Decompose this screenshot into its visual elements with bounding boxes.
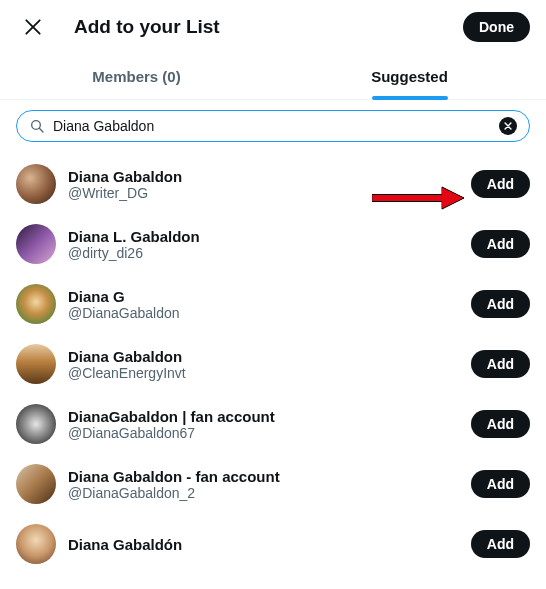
user-row[interactable]: DianaGabaldon | fan account @DianaGabald… [16,394,530,454]
page-title: Add to your List [74,16,439,38]
user-handle: @dirty_di26 [68,245,459,261]
add-button[interactable]: Add [471,350,530,378]
suggested-list: Diana Gabaldon @Writer_DG Add Diana L. G… [0,154,546,574]
avatar [16,404,56,444]
user-handle: @Writer_DG [68,185,459,201]
user-row[interactable]: Diana G @DianaGabaldon Add [16,274,530,334]
add-button[interactable]: Add [471,290,530,318]
search-input[interactable] [53,118,491,134]
search-icon [29,118,45,134]
search-field[interactable] [16,110,530,142]
user-row[interactable]: Diana Gabaldon @CleanEnergyInvt Add [16,334,530,394]
svg-line-1 [39,128,43,132]
tab-members[interactable]: Members (0) [0,54,273,99]
add-button[interactable]: Add [471,230,530,258]
add-button[interactable]: Add [471,410,530,438]
user-display-name: Diana Gabaldon [68,348,459,365]
clear-search-button[interactable] [499,117,517,135]
avatar [16,164,56,204]
tabs: Members (0) Suggested [0,54,546,100]
user-row[interactable]: Diana L. Gabaldon @dirty_di26 Add [16,214,530,274]
close-button[interactable] [16,10,50,44]
tab-suggested[interactable]: Suggested [273,54,546,99]
user-row[interactable]: Diana Gabaldón Add [16,514,530,574]
user-display-name: Diana L. Gabaldon [68,228,459,245]
avatar [16,344,56,384]
user-row[interactable]: Diana Gabaldon @Writer_DG Add [16,154,530,214]
user-handle: @DianaGabaldon67 [68,425,459,441]
avatar [16,464,56,504]
add-button[interactable]: Add [471,530,530,558]
close-icon [23,17,43,37]
user-handle: @DianaGabaldon [68,305,459,321]
user-display-name: Diana Gabaldón [68,536,459,553]
user-display-name: Diana G [68,288,459,305]
user-row[interactable]: Diana Gabaldon - fan account @DianaGabal… [16,454,530,514]
done-button[interactable]: Done [463,12,530,42]
avatar [16,224,56,264]
user-display-name: Diana Gabaldon [68,168,459,185]
avatar [16,524,56,564]
user-handle: @CleanEnergyInvt [68,365,459,381]
user-display-name: Diana Gabaldon - fan account [68,468,459,485]
user-handle: @DianaGabaldon_2 [68,485,459,501]
add-button[interactable]: Add [471,170,530,198]
clear-icon [503,121,513,131]
user-display-name: DianaGabaldon | fan account [68,408,459,425]
add-button[interactable]: Add [471,470,530,498]
avatar [16,284,56,324]
